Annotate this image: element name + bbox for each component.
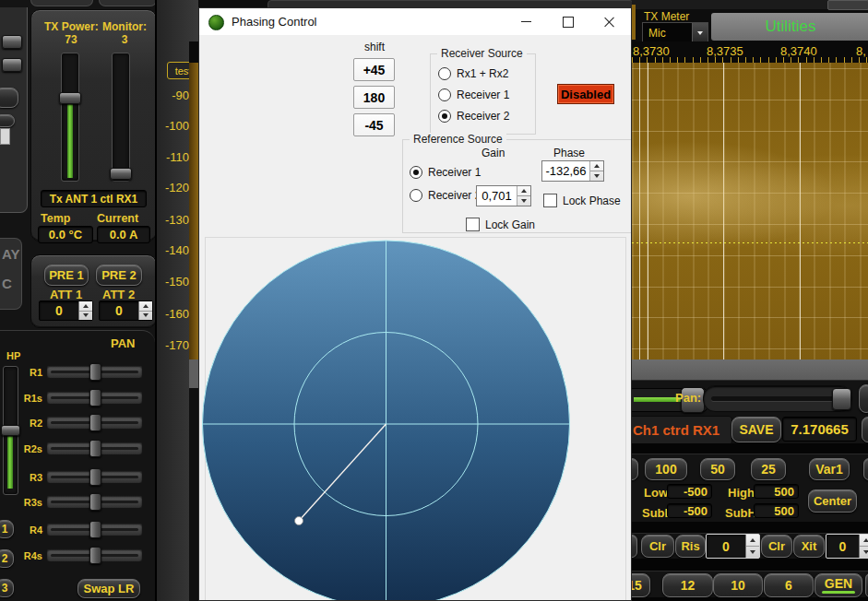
radio-rx1-rx2[interactable]: Rx1 + Rx2 <box>438 67 508 80</box>
r3s-thumb[interactable] <box>89 493 101 511</box>
minimize-button[interactable] <box>505 8 547 35</box>
ris-button[interactable]: Ris <box>675 535 706 558</box>
att2-spinner[interactable]: 0 <box>99 300 153 321</box>
span-var1-button[interactable]: Var1 <box>809 458 850 480</box>
span-50-button[interactable]: 50 <box>700 458 735 480</box>
span-100-button[interactable]: 100 <box>645 458 687 480</box>
gain-spinner[interactable]: 0,701 <box>476 185 531 206</box>
spin-down-icon[interactable] <box>83 313 89 317</box>
monitor-thumb[interactable] <box>110 168 132 180</box>
band-12-button[interactable]: 12 <box>662 573 713 597</box>
r4-slider[interactable] <box>46 523 143 536</box>
xit-spin-buttons[interactable] <box>859 535 868 558</box>
radio-icon[interactable] <box>410 189 422 202</box>
band-gen-button[interactable]: GEN <box>814 573 862 597</box>
xit-clr-button[interactable]: Clr <box>761 535 792 558</box>
r2s-thumb[interactable] <box>89 440 101 457</box>
swap-lr-button[interactable]: Swap LR <box>77 579 140 598</box>
r3s-slider[interactable] <box>46 495 143 509</box>
spin-up-icon[interactable] <box>83 304 89 308</box>
radio-receiver-2[interactable]: Receiver 2 <box>438 110 509 123</box>
r2-slider[interactable] <box>46 416 143 430</box>
band-15-button[interactable]: 15 <box>632 573 650 597</box>
monitor-slider[interactable] <box>112 53 130 182</box>
spin-up-icon[interactable] <box>594 164 600 168</box>
subh-value[interactable]: 500 <box>754 503 799 518</box>
pan-slider[interactable] <box>703 385 852 412</box>
rit-spinner[interactable]: 0 <box>706 534 760 559</box>
ref-radio-receiver-2[interactable]: Receiver 2 <box>410 189 481 202</box>
spin-down-icon[interactable] <box>594 174 600 178</box>
spin-up-icon[interactable] <box>863 538 868 542</box>
r2s-slider[interactable] <box>46 442 143 455</box>
partial-button[interactable] <box>863 458 868 480</box>
radio-icon-selected[interactable] <box>410 166 422 179</box>
dialog-titlebar[interactable]: Phasing Control <box>199 8 631 35</box>
subl-value[interactable]: -500 <box>667 503 712 518</box>
save-button[interactable]: SAVE <box>731 417 781 442</box>
phase-spin-buttons[interactable] <box>589 161 603 181</box>
r4s-slider[interactable] <box>46 548 143 562</box>
partial-button[interactable] <box>862 417 868 442</box>
checkbox-icon[interactable] <box>543 194 557 207</box>
att1-spinner[interactable]: 0 <box>39 300 93 321</box>
edge-button[interactable] <box>0 114 15 127</box>
checkbox-icon[interactable] <box>466 218 480 231</box>
spin-down-icon[interactable] <box>863 550 868 554</box>
center-button[interactable]: Center <box>808 489 857 513</box>
shift-180-button[interactable]: 180 <box>353 86 395 109</box>
spin-up-icon[interactable] <box>143 304 149 308</box>
dropdown-arrow-button[interactable] <box>692 23 707 42</box>
spin-up-icon[interactable] <box>521 189 527 193</box>
tx-power-thumb[interactable] <box>59 92 81 104</box>
spin-down-icon[interactable] <box>143 313 149 317</box>
pan-thumb[interactable] <box>832 388 851 410</box>
band-10-button[interactable]: 10 <box>713 573 763 597</box>
r4s-thumb[interactable] <box>89 547 101 564</box>
high-value[interactable]: 500 <box>754 484 799 499</box>
band-6-button[interactable]: 6 <box>764 573 814 597</box>
partial-button[interactable] <box>632 458 638 480</box>
r1s-slider[interactable] <box>46 391 143 405</box>
top-dropdown[interactable] <box>827 0 868 10</box>
close-button[interactable] <box>589 8 631 35</box>
partial-button[interactable] <box>859 384 868 413</box>
edge-button[interactable] <box>0 88 18 108</box>
gain-spin-buttons[interactable] <box>517 186 530 206</box>
phase-spinner[interactable]: -132,66 <box>541 160 604 182</box>
att2-spin-buttons[interactable] <box>138 301 152 320</box>
edge-button-1[interactable]: 1 <box>0 520 14 538</box>
r1-thumb[interactable] <box>89 363 101 381</box>
radio-icon-selected[interactable] <box>438 110 451 123</box>
rit-clr-button[interactable]: Clr <box>641 535 674 558</box>
disabled-button[interactable]: Disabled <box>557 84 614 104</box>
spin-down-icon[interactable] <box>750 550 755 554</box>
r3-slider[interactable] <box>46 470 143 484</box>
edge-button-3[interactable]: 3 <box>0 579 14 597</box>
radio-icon[interactable] <box>438 67 451 80</box>
xit-button[interactable]: Xit <box>793 535 825 558</box>
r1s-thumb[interactable] <box>89 389 101 407</box>
tx-meter-dropdown[interactable]: Mic <box>642 22 708 43</box>
pre1-button[interactable]: PRE 1 <box>44 265 89 286</box>
lock-gain-checkbox[interactable]: Lock Gain <box>466 218 535 231</box>
spin-up-icon[interactable] <box>750 538 755 542</box>
maximize-button[interactable] <box>547 8 589 35</box>
spin-down-icon[interactable] <box>521 199 527 203</box>
att1-spin-buttons[interactable] <box>78 301 92 320</box>
low-value[interactable]: -500 <box>667 484 712 499</box>
tx-power-slider[interactable] <box>61 53 79 182</box>
r2-thumb[interactable] <box>89 414 101 431</box>
utilities-button[interactable]: Utilities <box>711 13 868 41</box>
vfo-display[interactable]: 7.170665 <box>782 417 857 442</box>
r1-slider[interactable] <box>46 365 143 379</box>
panadapter-grid[interactable] <box>632 63 868 359</box>
shift-plus45-button[interactable]: +45 <box>353 58 395 81</box>
radio-icon[interactable] <box>438 88 451 101</box>
edge-knob[interactable] <box>2 35 22 49</box>
r4-thumb[interactable] <box>89 521 101 538</box>
pre2-button[interactable]: PRE 2 <box>96 265 142 286</box>
partial-button[interactable] <box>632 535 637 558</box>
radio-receiver-1[interactable]: Receiver 1 <box>438 88 509 101</box>
rit-spin-buttons[interactable] <box>745 535 759 558</box>
